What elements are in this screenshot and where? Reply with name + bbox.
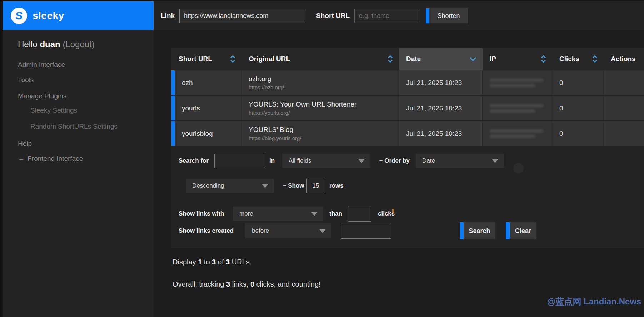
text-segment: Display: [173, 258, 196, 266]
ip-redacted-blur: [490, 129, 543, 133]
text-segment: to: [204, 258, 210, 266]
ip-redacted-blur: [490, 104, 543, 107]
ip-cell: [483, 121, 552, 146]
order-by-select[interactable]: Date: [416, 154, 504, 168]
column-label: Original URL: [249, 55, 290, 63]
rows-label: rows: [329, 179, 344, 193]
loading-spinner-placeholder: [513, 163, 524, 173]
column-header-short-url[interactable]: Short URL: [171, 48, 241, 70]
dropdown-caret-icon: [262, 184, 268, 188]
brand-header: S sleeky: [0, 1, 154, 30]
short-url-label: Short URL: [316, 12, 350, 20]
column-header-actions: Actions: [604, 48, 644, 70]
logo-letter: S: [15, 10, 23, 22]
sidebar-item-manage-plugins[interactable]: Manage Plugins: [18, 92, 66, 100]
column-label: Short URL: [179, 55, 212, 63]
sort-desc-icon: [469, 57, 477, 61]
yourls-sleeky-admin-page: S sleeky Link Short URL Shorten Hello du…: [0, 0, 644, 317]
sort-both-icon: [230, 55, 236, 63]
sidebar-item-frontend-interface[interactable]: ←Frontend Interface: [18, 155, 83, 163]
selected-option: Date: [422, 157, 435, 164]
ip-cell: [483, 96, 552, 120]
overall-stats-text: Overall, tracking 3 links, 0 clicks, and…: [173, 280, 321, 288]
text-segment: clicks, and counting!: [256, 280, 321, 288]
clicks-threshold-input[interactable]: [348, 206, 371, 222]
in-label: in: [269, 154, 275, 168]
short-url-cell: yourlsblog: [175, 121, 241, 146]
dropdown-caret-icon: [358, 159, 365, 163]
date-cell: Jul 21, 2025 10:23: [399, 121, 483, 146]
clear-button[interactable]: Clear: [506, 222, 536, 239]
original-url-cell: ozh.org https://ozh.org/: [241, 70, 399, 95]
window-edge-left: [0, 0, 3, 317]
dropdown-caret-icon: [311, 212, 318, 216]
clicks-cell: 0: [552, 70, 604, 95]
ip-redacted-blur: [490, 109, 535, 113]
greeting: Hello duan (Logout): [18, 39, 95, 49]
rows-count-input[interactable]: [306, 179, 325, 193]
sidebar-item-admin-interface[interactable]: Admin interface: [18, 61, 65, 69]
column-label: Date: [406, 55, 421, 63]
link-input[interactable]: [179, 9, 305, 23]
link-title: YOURLS: Your Own URL Shortener: [249, 100, 356, 108]
search-field-select[interactable]: All fields: [282, 154, 370, 168]
table-row: yourls YOURLS: Your Own URL Shortener ht…: [171, 96, 644, 120]
link-title: ozh.org: [249, 75, 271, 83]
back-arrow-icon: ←: [18, 155, 25, 162]
sidebar: Hello duan (Logout) Admin interface Tool…: [0, 30, 154, 317]
original-url-cell: YOURLS' Blog https://blog.yourls.org/: [241, 121, 399, 146]
selected-option: All fields: [289, 157, 311, 164]
dropdown-caret-icon: [319, 229, 326, 233]
text-segment: URLs.: [232, 258, 252, 266]
link-url: https://yourls.org/: [249, 110, 290, 116]
sidebar-item-help[interactable]: Help: [18, 140, 32, 148]
text-segment: links,: [232, 280, 249, 288]
sidebar-item-tools[interactable]: Tools: [18, 76, 34, 84]
created-filter-select[interactable]: before: [245, 223, 331, 238]
clicks-cell: 0: [552, 96, 604, 120]
created-date-input[interactable]: [341, 223, 391, 239]
short-url-cell: ozh: [175, 70, 241, 95]
ip-redacted-blur: [490, 84, 535, 87]
count-value: 3: [226, 280, 230, 288]
link-label: Link: [161, 12, 175, 20]
column-header-ip[interactable]: IP: [483, 48, 552, 70]
text-segment: of: [218, 258, 224, 266]
count-value: 0: [250, 280, 254, 288]
column-label: IP: [490, 55, 496, 63]
original-url-cell: YOURLS: Your Own URL Shortener https://y…: [241, 96, 399, 120]
sort-direction-select[interactable]: Descending: [186, 179, 274, 193]
link-url: https://blog.yourls.org/: [249, 135, 301, 141]
search-button[interactable]: Search: [460, 222, 495, 239]
sort-both-icon: [387, 55, 393, 63]
logout-link[interactable]: (Logout): [63, 39, 94, 49]
sort-both-icon: [592, 55, 598, 63]
short-url-cell: yourls: [175, 96, 241, 120]
ip-redacted-blur: [490, 79, 543, 82]
count-value: 3: [226, 258, 230, 266]
window-edge-top: [0, 0, 644, 1]
short-url-input[interactable]: [354, 9, 420, 23]
show-links-created-label: Show links created: [179, 223, 234, 239]
column-label: Clicks: [559, 55, 579, 63]
date-cell: Jul 21, 2025 10:23: [399, 70, 483, 95]
selected-option: Descending: [192, 182, 224, 189]
shorten-toolbar: Link Short URL Shorten: [154, 1, 644, 30]
link-url: https://ozh.org/: [249, 84, 284, 90]
sidebar-item-sleeky-settings[interactable]: Sleeky Settings: [30, 107, 77, 114]
search-input[interactable]: [214, 154, 265, 168]
table-row: ozh ozh.org https://ozh.org/ Jul 21, 202…: [171, 70, 644, 95]
column-header-clicks[interactable]: Clicks: [552, 48, 604, 70]
than-label: than: [329, 207, 342, 221]
artifact-mark: [392, 209, 394, 213]
shorten-button[interactable]: Shorten: [426, 8, 468, 23]
sleeky-logo-icon: S: [11, 8, 27, 24]
actions-cell: [604, 96, 641, 120]
column-header-original-url[interactable]: Original URL: [241, 48, 399, 70]
clicks-filter-select[interactable]: more: [233, 207, 323, 221]
table-row: yourlsblog YOURLS' Blog https://blog.you…: [171, 121, 644, 146]
display-count-text: Display 1 to 3 of 3 URLs.: [173, 258, 251, 266]
sidebar-item-random-shorturls-settings[interactable]: Random ShortURLs Settings: [30, 123, 118, 130]
column-header-date[interactable]: Date: [399, 48, 483, 70]
links-table: Short URL Original URL Date IP Clicks Ac…: [171, 48, 644, 146]
